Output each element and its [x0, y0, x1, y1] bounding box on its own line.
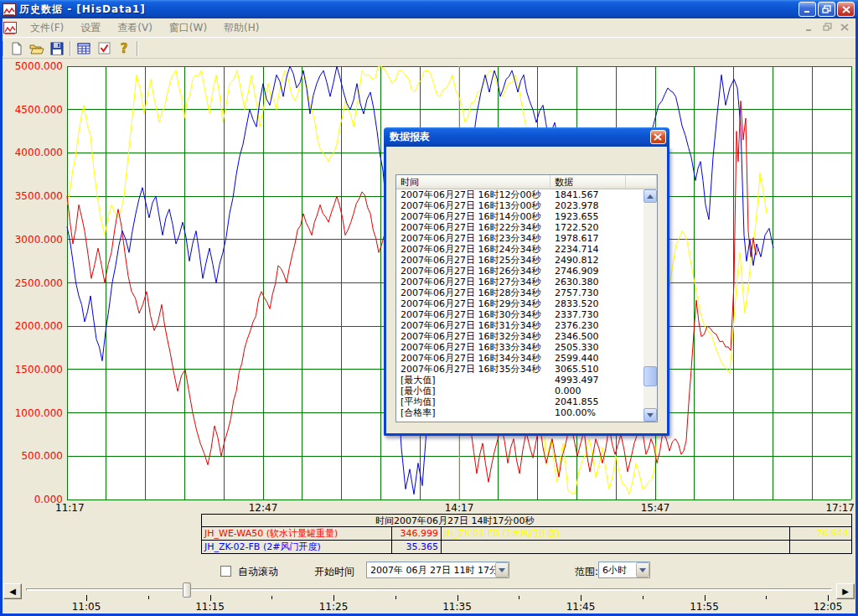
report-row[interactable]: 2007年06月27日 16时22分34秒1722.520 — [396, 222, 644, 233]
range-dropdown-icon[interactable] — [636, 562, 649, 577]
report-cell: 2007年06月27日 16时33分34秒 — [396, 342, 550, 353]
report-row[interactable]: 2007年06月27日 16时33分34秒2505.330 — [396, 342, 644, 353]
menu-window[interactable]: 窗口(W) — [161, 18, 215, 37]
report-dialog-close-button[interactable] — [650, 130, 666, 144]
svg-text:2000.000: 2000.000 — [15, 320, 63, 332]
report-header-row: 时间 数据 — [396, 175, 657, 189]
timeline-minor-tick — [395, 596, 396, 599]
scrollbar-up-button[interactable] — [644, 189, 657, 203]
tag-value-2 — [790, 541, 852, 554]
range-combo[interactable]: 6小时 — [598, 562, 650, 578]
report-row[interactable]: 2007年06月27日 16时23分34秒1978.617 — [396, 233, 644, 244]
report-row[interactable]: [最大值]4993.497 — [396, 375, 644, 386]
timeline-major-tick — [828, 595, 829, 601]
minimize-button[interactable] — [799, 2, 816, 17]
tag-row[interactable]: JH_ZK-02-FB (2#风门开度)35.365 — [201, 541, 852, 554]
mdi-close-button[interactable] — [839, 22, 851, 33]
svg-text:4500.000: 4500.000 — [15, 104, 63, 116]
report-cell: 2346.500 — [550, 331, 626, 342]
start-time-combo[interactable]: 2007年 06月 27日 11时 17分 00秒 — [366, 562, 509, 578]
report-cell: 2007年06月27日 16时24分34秒 — [396, 244, 550, 255]
report-row[interactable]: [最小值]0.000 — [396, 386, 644, 396]
report-dialog-titlebar[interactable]: 数据报表 — [384, 127, 669, 147]
cursor-info-table: 时间2007年06月27日 14时17分00秒JH_WE-WA50 (软水计量罐… — [201, 514, 852, 554]
title-bar: 历史数据 - [HisData1] — [0, 0, 858, 18]
new-file-button[interactable] — [7, 39, 27, 58]
app-icon — [3, 3, 16, 16]
save-file-button[interactable] — [47, 39, 67, 58]
mdi-minimize-button[interactable] — [804, 22, 816, 33]
report-row[interactable]: 2007年06月27日 16时28分34秒2757.730 — [396, 287, 644, 298]
report-cell: [最大值] — [396, 375, 550, 386]
report-cell: 2007年06月27日 16时28分34秒 — [396, 287, 550, 298]
svg-text:1500.000: 1500.000 — [15, 364, 63, 375]
report-cell: 2007年06月27日 16时26分34秒 — [396, 266, 550, 277]
option-check-button[interactable] — [94, 39, 114, 58]
tool-bar: ? — [0, 39, 858, 59]
time-slider-track[interactable] — [26, 588, 832, 591]
restore-button[interactable] — [818, 2, 835, 17]
column-header-time[interactable]: 时间 — [396, 175, 550, 189]
svg-text:15:47: 15:47 — [641, 502, 670, 514]
tag-name: JH_ZK-02-FB (2#风门开度) — [201, 541, 392, 554]
report-cell: 2007年06月27日 16时35分34秒 — [396, 364, 550, 375]
menu-help[interactable]: 帮助(H) — [215, 18, 267, 37]
tag-row[interactable]: JH_WE-WA50 (软水计量罐重量)346.999JH_ZK-01-FB (… — [201, 527, 852, 541]
menu-view[interactable]: 查看(V) — [109, 18, 161, 37]
report-row[interactable]: 2007年06月27日 16时32分34秒2346.500 — [396, 331, 644, 342]
scroll-right-button[interactable]: ▶ — [836, 583, 855, 599]
tag-value-2: 76.944 — [790, 527, 852, 541]
help-button[interactable]: ? — [114, 39, 134, 58]
svg-text:?: ? — [121, 42, 128, 55]
timeline-label: 12:05 — [814, 601, 843, 613]
menu-file[interactable]: 文件(F) — [22, 18, 72, 37]
report-row[interactable]: 2007年06月27日 16时29分34秒2833.520 — [396, 298, 644, 309]
report-row[interactable]: [平均值]2041.855 — [396, 396, 644, 407]
report-cell: [最小值] — [396, 386, 550, 396]
time-slider-thumb[interactable] — [183, 582, 191, 598]
report-table-button[interactable] — [74, 39, 94, 58]
cursor-time-header: 时间2007年06月27日 14时17分00秒 — [201, 514, 852, 527]
report-cell: 2833.520 — [550, 298, 626, 309]
timeline-label: 11:05 — [72, 601, 101, 613]
report-cell: 2746.909 — [550, 266, 626, 277]
mdi-child-icon[interactable] — [3, 22, 17, 34]
scrollbar-down-button[interactable] — [644, 408, 657, 422]
autoscroll-checkbox[interactable] — [220, 566, 231, 577]
report-row[interactable]: 2007年06月27日 16时27分34秒2630.380 — [396, 277, 644, 287]
report-cell: 100.00% — [550, 407, 626, 418]
timeline-minor-tick — [271, 596, 272, 599]
tag-value: 346.999 — [392, 527, 442, 541]
column-header-data[interactable]: 数据 — [550, 175, 626, 189]
window-title: 历史数据 - [HisData1] — [19, 3, 146, 17]
report-scrollbar[interactable] — [644, 189, 657, 422]
report-dialog: 数据报表 时间 数据 2007年06月27日 16时12分00秒1841.567… — [384, 147, 669, 436]
start-time-dropdown-icon[interactable] — [495, 562, 509, 577]
menu-settings[interactable]: 设置 — [72, 18, 109, 37]
range-value: 6小时 — [599, 564, 636, 577]
report-row[interactable]: 2007年06月27日 16时25分34秒2490.812 — [396, 255, 644, 266]
svg-text:3000.000: 3000.000 — [15, 234, 63, 246]
timeline-minor-tick — [519, 596, 519, 599]
report-row[interactable]: 2007年06月27日 16时26分34秒2746.909 — [396, 266, 644, 277]
scroll-left-button[interactable]: ◀ — [3, 583, 22, 599]
open-file-button[interactable] — [27, 39, 47, 58]
mdi-restore-button[interactable] — [821, 22, 834, 33]
report-row[interactable]: [合格率]100.00% — [396, 407, 644, 418]
report-row[interactable]: 2007年06月27日 16时30分34秒2337.730 — [396, 309, 644, 320]
menu-bar: 文件(F) 设置 查看(V) 窗口(W) 帮助(H) — [0, 18, 858, 38]
report-row[interactable]: 2007年06月27日 16时24分34秒2234.714 — [396, 244, 644, 255]
timeline-major-tick — [210, 595, 211, 601]
report-cell: 2007年06月27日 16时30分34秒 — [396, 309, 550, 320]
report-row[interactable]: 2007年06月27日 16时31分34秒2376.230 — [396, 320, 644, 331]
report-row[interactable]: 2007年06月27日 16时13分00秒2023.978 — [396, 200, 644, 211]
report-cell: 1722.520 — [550, 222, 626, 233]
report-cell: 2007年06月27日 16时12分00秒 — [396, 189, 550, 200]
close-button[interactable] — [837, 2, 855, 17]
report-row[interactable]: 2007年06月27日 16时34分34秒2599.440 — [396, 353, 644, 364]
timeline-label: 11:15 — [195, 601, 225, 613]
report-row[interactable]: 2007年06月27日 16时12分00秒1841.567 — [396, 189, 644, 200]
report-row[interactable]: 2007年06月27日 16时14分00秒1923.655 — [396, 211, 644, 222]
scrollbar-thumb[interactable] — [644, 366, 657, 386]
report-row[interactable]: 2007年06月27日 16时35分34秒3065.510 — [396, 364, 644, 375]
